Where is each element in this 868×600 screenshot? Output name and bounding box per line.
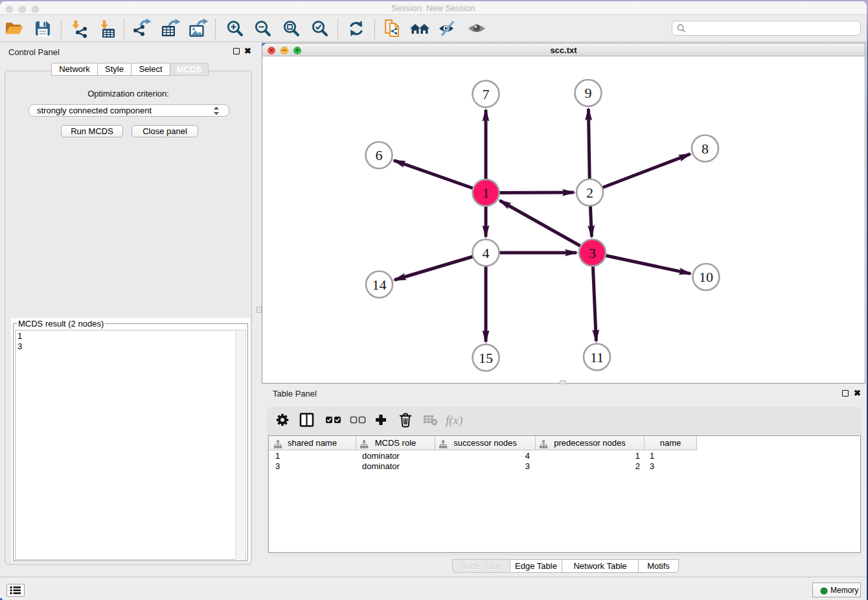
svg-text:10: 10 <box>699 269 713 285</box>
svg-text:11: 11 <box>590 349 604 365</box>
svg-text:14: 14 <box>372 277 387 293</box>
svg-text:f(x): f(x) <box>446 413 463 428</box>
svg-text:9: 9 <box>585 85 592 101</box>
svg-text:1: 1 <box>483 185 490 201</box>
svg-text:2: 2 <box>586 185 593 201</box>
svg-text:3: 3 <box>589 245 596 261</box>
svg-text:8: 8 <box>702 141 709 157</box>
svg-text:6: 6 <box>376 147 383 163</box>
svg-text:15: 15 <box>479 350 493 366</box>
svg-text:7: 7 <box>483 86 490 102</box>
svg-text:4: 4 <box>483 245 490 261</box>
